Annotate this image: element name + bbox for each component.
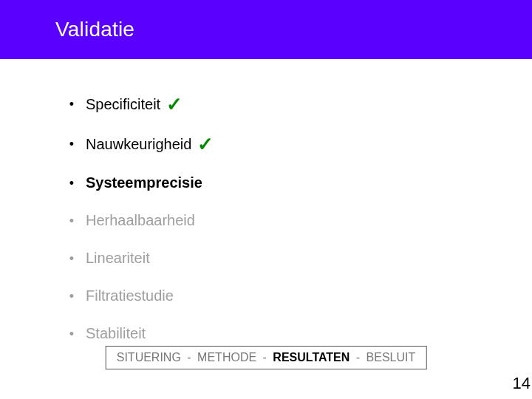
list-item: • Filtratiestudie <box>66 287 532 304</box>
bullet-icon: • <box>66 98 77 111</box>
breadcrumb-separator: - <box>356 351 364 364</box>
item-label: Nauwkeurigheid <box>86 136 191 153</box>
item-label: Herhaalbaarheid <box>86 212 195 229</box>
check-icon: ✓ <box>166 95 183 114</box>
breadcrumb-separator: - <box>263 351 270 364</box>
breadcrumb: SITUERING - METHODE - RESULTATEN - BESLU… <box>106 346 427 369</box>
item-label: Systeemprecisie <box>86 174 202 191</box>
breadcrumb-segment: SITUERING <box>117 351 181 364</box>
breadcrumb-segment-active: RESULTATEN <box>273 351 349 364</box>
breadcrumb-segment: METHODE <box>197 351 256 364</box>
title-bar: Validatie <box>0 0 532 59</box>
list-item: • Nauwkeurigheid ✓ <box>66 134 532 154</box>
bullet-icon: • <box>66 252 77 265</box>
list-item: • Stabiliteit <box>66 325 532 342</box>
list-item: • Systeemprecisie <box>66 174 532 191</box>
item-label: Filtratiestudie <box>86 287 174 304</box>
item-label: Specificiteit <box>86 96 160 113</box>
bullet-icon: • <box>66 290 77 303</box>
bullet-icon: • <box>66 177 77 190</box>
check-icon: ✓ <box>197 134 214 154</box>
list-item: • Herhaalbaarheid <box>66 212 532 229</box>
slide-title: Validatie <box>0 18 134 41</box>
list-item: • Specificiteit ✓ <box>66 95 532 114</box>
slide: Validatie • Specificiteit ✓ • Nauwkeurig… <box>0 0 532 399</box>
page-number: 14 <box>513 374 531 393</box>
item-label: Stabiliteit <box>86 325 146 342</box>
breadcrumb-segment: BESLUIT <box>366 351 416 364</box>
list-item: • Lineariteit <box>66 250 532 267</box>
item-label: Lineariteit <box>86 250 150 267</box>
bullet-icon: • <box>66 214 77 228</box>
breadcrumb-separator: - <box>187 351 194 364</box>
bullet-icon: • <box>66 327 77 341</box>
bullet-icon: • <box>66 137 77 151</box>
bullet-list: • Specificiteit ✓ • Nauwkeurigheid ✓ • S… <box>0 59 532 342</box>
